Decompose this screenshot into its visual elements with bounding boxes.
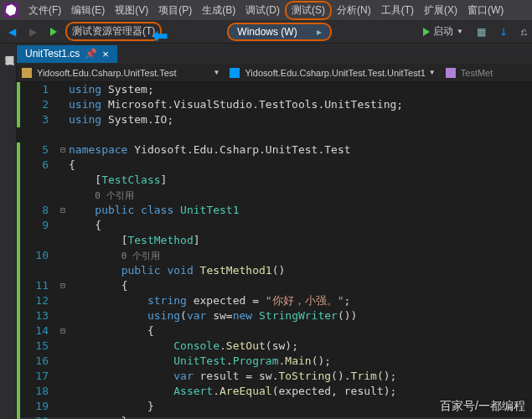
toolbar: ◀ ▶ 测试资源管理器(T) Windows (W) ▸ 启动 ▼ ▦ ⤓ ⎌ (0, 20, 532, 44)
windows-label: Windows (W) (237, 26, 297, 38)
menu-project[interactable]: 项目(P) (153, 1, 197, 20)
chevron-down-icon: ▼ (214, 69, 220, 76)
code-editor[interactable]: 12356891011121314151617181920212223 ⊟⊟⊟⊟… (17, 82, 532, 417)
breadcrumb-label: TestMet (461, 68, 493, 78)
test-explorer-sidebar-tab[interactable]: 测试资源管理器 (0, 44, 17, 419)
vs-logo-icon (3, 3, 18, 18)
menu-debug[interactable]: 调试(D) (240, 1, 285, 20)
menu-window[interactable]: 窗口(W) (462, 1, 509, 20)
code-content[interactable]: using System; using Microsoft.VisualStud… (69, 82, 532, 417)
test-explorer-button[interactable]: 测试资源管理器(T) (65, 22, 162, 41)
line-gutter: 12356891011121314151617181920212223 (17, 82, 57, 417)
breadcrumb-project[interactable]: Yidosoft.Edu.Csharp.UnitTest.Test ▼ (17, 68, 225, 78)
menu-tools[interactable]: 工具(T) (376, 1, 419, 20)
breadcrumb-label: Yidosoft.Edu.Csharp.UnitTest.Test (37, 68, 177, 78)
windows-dropdown[interactable]: Windows (W) ▸ (227, 23, 332, 41)
breadcrumb-namespace[interactable]: Yidosoft.Edu.Csharp.UnitTest.Test.UnitTe… (225, 68, 440, 78)
tab-unittest1[interactable]: UnitTest1.cs 📌 × (17, 45, 117, 63)
menu-view[interactable]: 视图(V) (110, 1, 153, 20)
tab-label: UnitTest1.cs (25, 48, 80, 59)
breadcrumb-label: Yidosoft.Edu.Csharp.UnitTest.Test.UnitTe… (245, 68, 425, 78)
menu-edit[interactable]: 编辑(E) (66, 1, 110, 20)
nav-fwd-button[interactable]: ▶ (24, 24, 42, 39)
start-button[interactable]: 启动 ▼ (418, 23, 468, 40)
class-icon (230, 68, 240, 78)
toolbar-icon-3[interactable]: ⎌ (516, 24, 532, 39)
run-button[interactable] (45, 26, 62, 38)
nav-back-button[interactable]: ◀ (3, 24, 21, 39)
start-label: 启动 (433, 24, 453, 39)
menu-test[interactable]: 测试(S) (285, 1, 332, 20)
fold-column[interactable]: ⊟⊟⊟⊟ (57, 82, 69, 417)
breadcrumb-method[interactable]: TestMet (441, 68, 498, 78)
pin-icon[interactable]: 📌 (85, 48, 97, 59)
menu-analyze[interactable]: 分析(N) (332, 1, 376, 20)
chevron-down-icon: ▼ (457, 28, 463, 35)
editor-tabs: UnitTest1.cs 📌 × (17, 44, 532, 64)
play-icon (50, 28, 57, 36)
toolbar-icon-2[interactable]: ⤓ (494, 24, 513, 39)
menu-bar: 文件(F) 编辑(E) 视图(V) 项目(P) 生成(B) 调试(D) 测试(S… (0, 0, 532, 20)
breadcrumb: Yidosoft.Edu.Csharp.UnitTest.Test ▼ Yido… (17, 64, 532, 82)
method-icon (446, 68, 456, 78)
menu-build[interactable]: 生成(B) (197, 1, 240, 20)
menu-extensions[interactable]: 扩展(X) (419, 1, 462, 20)
toolbar-icon-1[interactable]: ▦ (472, 24, 491, 39)
watermark: 百家号/一都编程 (440, 399, 525, 414)
play-icon (423, 28, 430, 36)
menu-file[interactable]: 文件(F) (23, 1, 66, 20)
csharp-icon (22, 68, 32, 78)
close-icon[interactable]: × (102, 48, 109, 60)
chevron-down-icon: ▼ (429, 69, 436, 76)
